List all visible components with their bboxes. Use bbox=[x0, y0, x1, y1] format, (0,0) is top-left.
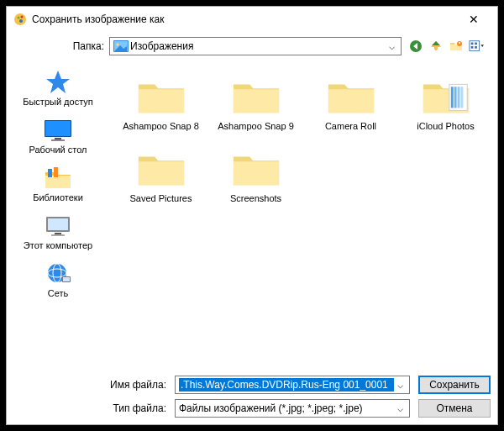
svg-rect-26 bbox=[54, 167, 58, 177]
file-grid[interactable]: Ashampoo Snap 8Ashampoo Snap 9Camera Rol… bbox=[109, 60, 497, 367]
folder-current-text: Изображения bbox=[130, 40, 386, 52]
place-network[interactable]: Сеть bbox=[7, 259, 109, 300]
svg-rect-23 bbox=[51, 139, 65, 141]
close-button[interactable]: ✕ bbox=[457, 9, 491, 29]
svg-point-6 bbox=[116, 43, 118, 45]
file-item[interactable]: Ashampoo Snap 8 bbox=[116, 69, 206, 134]
window-title: Сохранить изображение как bbox=[32, 13, 457, 25]
svg-rect-39 bbox=[457, 87, 459, 108]
folder-bar: Папка: Изображения ⌵ bbox=[7, 32, 497, 60]
svg-point-2 bbox=[21, 16, 24, 18]
svg-rect-24 bbox=[45, 176, 71, 188]
place-label: Рабочий стол bbox=[29, 145, 87, 155]
up-icon[interactable] bbox=[428, 39, 444, 54]
save-button[interactable]: Сохранить bbox=[418, 376, 491, 394]
quick-access-icon bbox=[43, 69, 73, 96]
svg-marker-19 bbox=[46, 71, 70, 93]
svg-marker-10 bbox=[432, 41, 440, 45]
pictures-icon bbox=[113, 40, 127, 52]
filename-combo[interactable]: .This.Way.Comes.DVDRip.Rus-Eng 001_0001 … bbox=[175, 376, 410, 394]
back-icon[interactable] bbox=[408, 39, 423, 54]
file-label: Ashampoo Snap 9 bbox=[218, 121, 294, 131]
place-desktop[interactable]: Рабочий стол bbox=[7, 115, 109, 156]
chevron-down-icon: ⌵ bbox=[386, 40, 397, 52]
filetype-combo[interactable]: Файлы изображений (*.jpg; *.jpeg; *.jpe)… bbox=[175, 399, 410, 418]
chevron-down-icon: ⌵ bbox=[394, 402, 406, 414]
folder-toolbar bbox=[402, 39, 491, 54]
svg-rect-35 bbox=[63, 277, 70, 281]
svg-rect-13 bbox=[470, 41, 480, 51]
svg-point-1 bbox=[18, 17, 20, 19]
cancel-button[interactable]: Отмена bbox=[418, 399, 491, 418]
svg-rect-28 bbox=[48, 218, 68, 230]
file-label: Camera Roll bbox=[325, 121, 376, 131]
places-sidebar: Быстрый доступ Рабочий стол Библиотеки Э… bbox=[7, 60, 109, 367]
file-item[interactable]: iCloud Photos bbox=[401, 69, 491, 134]
svg-rect-29 bbox=[55, 233, 61, 234]
bottom-panel: Имя файла: .This.Way.Comes.DVDRip.Rus-En… bbox=[7, 367, 497, 424]
svg-point-0 bbox=[14, 13, 26, 25]
svg-rect-16 bbox=[471, 46, 474, 49]
folder-label: Папка: bbox=[7, 40, 109, 52]
svg-rect-17 bbox=[475, 46, 477, 49]
place-label: Быстрый доступ bbox=[23, 97, 93, 107]
folder-icon bbox=[230, 145, 282, 188]
filename-value: .This.Way.Comes.DVDRip.Rus-Eng 001_0001 bbox=[179, 378, 394, 392]
desktop-icon bbox=[43, 117, 73, 144]
place-this-pc[interactable]: Этот компьютер bbox=[7, 211, 109, 252]
svg-rect-11 bbox=[434, 45, 438, 50]
svg-rect-40 bbox=[460, 87, 463, 108]
libraries-icon bbox=[43, 165, 73, 192]
network-icon bbox=[43, 260, 73, 287]
file-item[interactable]: Ashampoo Snap 9 bbox=[211, 69, 301, 134]
this-pc-icon bbox=[43, 213, 73, 239]
place-libraries[interactable]: Библиотеки bbox=[7, 163, 109, 204]
svg-point-3 bbox=[19, 19, 23, 23]
place-label: Этот компьютер bbox=[24, 240, 92, 250]
file-label: Screenshots bbox=[230, 193, 281, 203]
filename-label: Имя файла: bbox=[7, 379, 175, 391]
view-menu-icon[interactable] bbox=[469, 39, 484, 54]
file-item[interactable]: Saved Pictures bbox=[116, 141, 206, 207]
place-quick-access[interactable]: Быстрый доступ bbox=[7, 67, 109, 108]
svg-rect-14 bbox=[471, 43, 474, 45]
filetype-label: Тип файла: bbox=[7, 402, 175, 414]
titlebar: Сохранить изображение как ✕ bbox=[7, 7, 497, 32]
file-item[interactable]: Screenshots bbox=[211, 141, 301, 207]
svg-rect-25 bbox=[48, 169, 52, 177]
save-as-dialog: Сохранить изображение как ✕ Папка: Изобр… bbox=[6, 6, 498, 425]
filetype-value: Файлы изображений (*.jpg; *.jpeg; *.jpe) bbox=[179, 402, 394, 414]
main-area: Быстрый доступ Рабочий стол Библиотеки Э… bbox=[7, 60, 497, 367]
svg-marker-18 bbox=[480, 45, 484, 47]
folder-icon bbox=[325, 72, 377, 116]
svg-rect-22 bbox=[55, 138, 61, 139]
new-folder-icon[interactable] bbox=[449, 39, 464, 54]
file-item[interactable]: Camera Roll bbox=[306, 69, 396, 134]
folder-icon bbox=[420, 72, 472, 116]
svg-rect-21 bbox=[45, 121, 71, 136]
folder-icon bbox=[135, 145, 187, 188]
app-icon bbox=[13, 13, 27, 26]
folder-icon bbox=[135, 72, 187, 116]
place-label: Сеть bbox=[48, 288, 68, 298]
folder-combo[interactable]: Изображения ⌵ bbox=[109, 37, 402, 55]
chevron-down-icon: ⌵ bbox=[394, 379, 406, 391]
place-label: Библиотеки bbox=[33, 192, 83, 202]
file-label: iCloud Photos bbox=[417, 121, 475, 131]
folder-icon bbox=[230, 72, 282, 116]
svg-rect-30 bbox=[51, 234, 65, 236]
file-label: Saved Pictures bbox=[130, 193, 192, 203]
file-label: Ashampoo Snap 8 bbox=[123, 121, 199, 131]
svg-rect-37 bbox=[450, 87, 453, 108]
svg-rect-38 bbox=[454, 87, 456, 108]
svg-rect-15 bbox=[475, 43, 477, 45]
